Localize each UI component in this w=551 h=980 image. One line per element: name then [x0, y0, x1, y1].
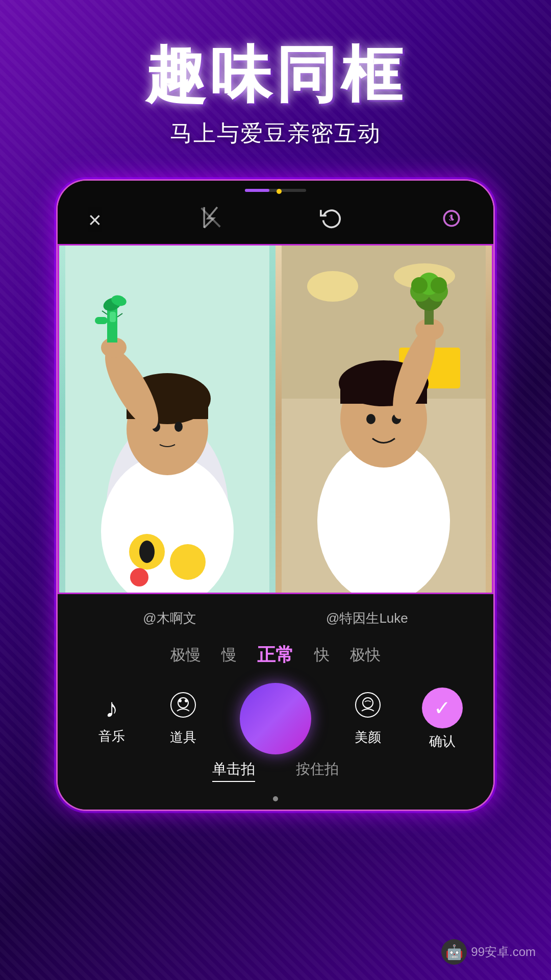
bottom-panel: @木啊文 @特因生Luke 极慢 慢 正常 快 极快 ♪ 音乐 — [58, 594, 493, 810]
svg-point-46 — [171, 693, 195, 717]
confirm-label: 确认 — [429, 732, 456, 750]
svg-point-35 — [366, 414, 375, 424]
mode-hold[interactable]: 按住拍 — [296, 760, 339, 782]
music-icon: ♪ — [105, 693, 118, 723]
props-tool[interactable]: 道具 — [170, 692, 196, 746]
camera-right: 9 — [276, 246, 492, 593]
svg-point-45 — [431, 277, 447, 293]
flash-icon[interactable] — [199, 206, 222, 234]
watermark: 🤖 99安卓.com — [441, 939, 536, 965]
username-left: @木啊文 — [143, 609, 196, 627]
speed-very-slow[interactable]: 极慢 — [170, 645, 201, 666]
title-section: 趣味同框 马上与爱豆亲密互动 — [145, 41, 406, 149]
svg-point-51 — [363, 698, 373, 708]
speed-selector: 极慢 慢 正常 快 极快 — [58, 632, 493, 678]
svg-point-27 — [307, 271, 358, 302]
svg-point-47 — [178, 698, 188, 708]
indicator-dot — [273, 796, 278, 801]
svg-point-49 — [185, 699, 188, 702]
status-dot — [277, 189, 282, 194]
beauty-icon — [355, 692, 381, 724]
status-indicator — [245, 189, 306, 192]
shoot-mode: 单击拍 按住拍 — [58, 754, 493, 792]
svg-point-50 — [356, 693, 380, 717]
usernames-row: @木啊文 @特因生Luke — [58, 604, 493, 632]
bottom-indicator — [58, 792, 493, 810]
watermark-icon: 🤖 — [441, 939, 467, 965]
props-icon — [170, 692, 196, 724]
confirm-circle: ✓ — [422, 688, 463, 728]
phone-mockup: × 3 — [56, 179, 495, 811]
username-right: @特因生Luke — [326, 609, 408, 627]
svg-point-8 — [170, 544, 206, 580]
svg-rect-20 — [110, 312, 116, 322]
svg-rect-19 — [95, 317, 108, 324]
speed-normal[interactable]: 正常 — [257, 643, 294, 668]
sub-title: 马上与爱豆亲密互动 — [145, 118, 406, 149]
mode-tap[interactable]: 单击拍 — [212, 760, 255, 782]
page-container: 趣味同框 马上与爱豆亲密互动 × — [0, 0, 551, 980]
svg-point-10 — [130, 568, 148, 586]
shutter-button[interactable] — [240, 683, 311, 754]
speed-fast[interactable]: 快 — [314, 645, 330, 666]
svg-point-48 — [179, 699, 182, 702]
camera-controls: × 3 — [58, 196, 493, 244]
music-label: 音乐 — [98, 727, 125, 745]
beauty-tool[interactable]: 美颜 — [355, 692, 381, 746]
props-label: 道具 — [170, 728, 196, 746]
timer-icon[interactable]: 3 — [440, 206, 463, 234]
close-icon[interactable]: × — [88, 207, 102, 233]
svg-text:3: 3 — [448, 214, 453, 222]
speed-slow[interactable]: 慢 — [221, 645, 237, 666]
flip-icon[interactable] — [320, 206, 342, 234]
confirm-tool[interactable]: ✓ 确认 — [422, 688, 463, 750]
confirm-icon-wrapper[interactable]: ✓ — [422, 688, 463, 728]
svg-point-44 — [411, 277, 428, 293]
svg-point-15 — [174, 422, 183, 432]
watermark-text: 99安卓.com — [471, 944, 536, 960]
music-tool[interactable]: ♪ 音乐 — [98, 693, 125, 745]
main-title: 趣味同框 — [145, 41, 406, 108]
camera-left — [59, 246, 276, 593]
status-bar — [58, 181, 493, 196]
camera-view: 9 — [58, 244, 493, 594]
svg-point-9 — [139, 541, 155, 563]
speed-very-fast[interactable]: 极快 — [350, 645, 381, 666]
beauty-label: 美颜 — [355, 728, 381, 746]
